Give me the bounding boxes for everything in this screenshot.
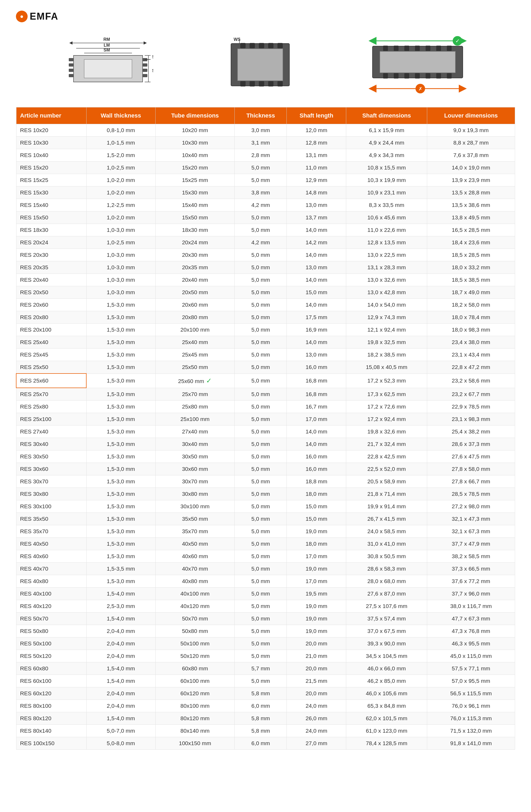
table-cell: RES 15x30	[16, 187, 86, 199]
table-cell: 25x60 mm ✓	[155, 374, 235, 388]
table-cell: RES 18x30	[16, 224, 86, 236]
table-cell: 46,3 x 95,5 mm	[427, 637, 515, 650]
table-cell: 15x20 mm	[155, 162, 235, 174]
table-cell: 14,0 x 54,0 mm	[346, 299, 427, 311]
table-cell: RES 60x120	[16, 687, 86, 700]
table-cell: 38,2 x 58,5 mm	[427, 550, 515, 563]
table-row: RES 20x801,5-3,0 mm20x80 mm5,0 mm17,5 mm…	[16, 311, 515, 324]
table-cell: 1,0-2,0 mm	[86, 212, 155, 224]
table-cell: 27,5 x 107,6 mm	[346, 600, 427, 612]
table-cell: 21,5 mm	[287, 675, 346, 687]
table-cell: 9,0 x 19,3 mm	[427, 124, 515, 136]
table-cell: 3,8 mm	[235, 187, 287, 199]
table-cell: 13,0 x 42,8 mm	[346, 286, 427, 299]
table-cell: 5,0 mm	[235, 488, 287, 500]
table-row: RES 25x451,5-3,0 mm25x45 mm5,0 mm13,0 mm…	[16, 349, 515, 361]
table-cell: 20x50 mm	[155, 286, 235, 299]
table-cell: 22,9 x 78,5 mm	[427, 401, 515, 413]
table-cell: 10x30 mm	[155, 136, 235, 149]
svg-rect-15	[143, 74, 148, 77]
table-cell: 13,0 x 22,5 mm	[346, 249, 427, 261]
svg-rect-31	[268, 43, 274, 48]
table-cell: 40x60 mm	[155, 550, 235, 563]
table-cell: 12,9 x 74,3 mm	[346, 311, 427, 324]
table-cell: 1,0-3,0 mm	[86, 249, 155, 261]
table-cell: 17,0 mm	[287, 575, 346, 588]
table-row: RES 25x601,5-3,0 mm25x60 mm ✓5,0 mm16,8 …	[16, 374, 515, 388]
svg-rect-11	[69, 74, 73, 77]
logo-text: EMFA	[30, 11, 58, 22]
table-cell: 13,1 mm	[287, 149, 346, 162]
table-cell: 10,3 x 19,9 mm	[346, 174, 427, 187]
table-cell: RES 50x70	[16, 612, 86, 625]
table-cell: 1,5-3,0 mm	[86, 349, 155, 361]
svg-rect-7	[84, 59, 132, 78]
table-cell: 57,0 x 95,5 mm	[427, 675, 515, 687]
table-cell: 71,5 x 132,0 mm	[427, 725, 515, 737]
logo-circle: ●	[16, 11, 28, 22]
table-cell: RES 40x80	[16, 575, 86, 588]
table-row: RES 40x801,5-3,0 mm40x80 mm5,0 mm17,0 mm…	[16, 575, 515, 588]
table-cell: RES 60x100	[16, 675, 86, 687]
svg-rect-8	[69, 58, 73, 61]
table-body: RES 10x200,8-1,0 mm10x20 mm3,0 mm12,0 mm…	[16, 124, 515, 750]
svg-rect-27	[238, 49, 283, 81]
table-cell: 27,8 x 58,0 mm	[427, 463, 515, 475]
table-row: RES 15x401,2-2,5 mm15x40 mm4,2 mm13,0 mm…	[16, 199, 515, 212]
table-cell: 1,0-3,0 mm	[86, 286, 155, 299]
table-cell: 5,0 mm	[235, 588, 287, 600]
table-cell: RES 40x100	[16, 588, 86, 600]
table-cell: RES 20x80	[16, 311, 86, 324]
table-cell: 18,2 x 38,5 mm	[346, 349, 427, 361]
table-cell: 20x30 mm	[155, 249, 235, 261]
table-cell: 19,0 mm	[287, 563, 346, 575]
table-cell: 18,2 x 58,0 mm	[427, 299, 515, 311]
table-cell: 5,0 mm	[235, 538, 287, 550]
svg-rect-45	[404, 46, 409, 51]
table-cell: 46,2 x 85,0 mm	[346, 675, 427, 687]
table-cell: 20,0 mm	[287, 662, 346, 675]
table-cell: 26,7 x 41,5 mm	[346, 513, 427, 525]
table-cell: RES 25x40	[16, 336, 86, 349]
table-cell: 80x100 mm	[155, 700, 235, 712]
table-cell: 5,0 mm	[235, 637, 287, 650]
table-cell: 17,0 mm	[287, 550, 346, 563]
table-cell: 15,0 mm	[287, 513, 346, 525]
table-cell: 5,0 mm	[235, 336, 287, 349]
table-cell: 0,8-1,0 mm	[86, 124, 155, 136]
table-cell: 26,0 mm	[287, 712, 346, 725]
table-cell: 13,5 x 28,8 mm	[427, 187, 515, 199]
table-cell: 60x100 mm	[155, 675, 235, 687]
svg-rect-43	[383, 46, 388, 51]
table-row: RES 60x801,5-4,0 mm60x80 mm5,7 mm20,0 mm…	[16, 662, 515, 675]
table-cell: 5,0 mm	[235, 525, 287, 538]
table-row: RES 30x401,5-3,0 mm30x40 mm5,0 mm14,0 mm…	[16, 438, 515, 450]
table-cell: 30,8 x 50,5 mm	[346, 550, 427, 563]
table-cell: 5,0 mm	[235, 261, 287, 274]
table-cell: 40x70 mm	[155, 563, 235, 575]
table-cell: 8,3 x 33,5 mm	[346, 199, 427, 212]
table-cell: 18x30 mm	[155, 224, 235, 236]
svg-rect-35	[259, 81, 264, 86]
table-cell: 1,5-3,0 mm	[86, 550, 155, 563]
table-cell: 1,5-3,0 mm	[86, 538, 155, 550]
table-cell: 1,5-3,0 mm	[86, 374, 155, 388]
table-cell: 1,5-4,0 mm	[86, 675, 155, 687]
table-container: Article number Wall thickness Tube dimen…	[16, 107, 515, 750]
table-cell: 18,0 x 98,3 mm	[427, 324, 515, 336]
table-cell: 15,0 mm	[287, 500, 346, 513]
table-cell: 21,8 x 71,4 mm	[346, 488, 427, 500]
table-cell: 16,0 mm	[287, 463, 346, 475]
table-cell: 13,0 mm	[287, 261, 346, 274]
table-cell: 27,8 x 66,7 mm	[427, 475, 515, 488]
table-cell: 1,5-3,0 mm	[86, 475, 155, 488]
table-cell: 5,0 mm	[235, 475, 287, 488]
table-cell: 5,0 mm	[235, 324, 287, 336]
col-header-shaft-dim: Shaft dimensions	[346, 107, 427, 124]
table-cell: 12,9 mm	[287, 174, 346, 187]
table-row: RES 80x1002,0-4,0 mm80x100 mm6,0 mm24,0 …	[16, 700, 515, 712]
table-cell: 19,5 mm	[287, 588, 346, 600]
svg-text:SM: SM	[103, 48, 110, 52]
table-row: RES 15x201,0-2,5 mm15x20 mm5,0 mm11,0 mm…	[16, 162, 515, 174]
table-row: RES 10x200,8-1,0 mm10x20 mm3,0 mm12,0 mm…	[16, 124, 515, 136]
